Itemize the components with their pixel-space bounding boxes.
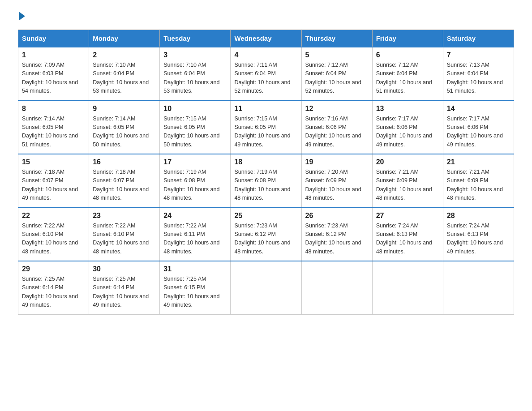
day-number: 24 <box>163 212 227 220</box>
day-number: 6 <box>376 51 439 59</box>
day-info: Sunrise: 7:12 AMSunset: 6:04 PMDaylight:… <box>305 61 369 96</box>
day-info: Sunrise: 7:10 AMSunset: 6:04 PMDaylight:… <box>93 61 156 96</box>
calendar-cell: 9Sunrise: 7:14 AMSunset: 6:05 PMDaylight… <box>89 101 160 154</box>
day-number: 25 <box>234 212 297 220</box>
day-info: Sunrise: 7:25 AMSunset: 6:15 PMDaylight:… <box>163 275 227 310</box>
day-number: 9 <box>93 105 156 113</box>
day-info: Sunrise: 7:24 AMSunset: 6:13 PMDaylight:… <box>447 222 510 257</box>
weekday-header-sunday: Sunday <box>18 30 89 47</box>
weekday-header-friday: Friday <box>372 30 443 47</box>
day-info: Sunrise: 7:21 AMSunset: 6:09 PMDaylight:… <box>376 168 439 203</box>
day-info: Sunrise: 7:21 AMSunset: 6:09 PMDaylight:… <box>447 168 510 203</box>
day-info: Sunrise: 7:14 AMSunset: 6:05 PMDaylight:… <box>93 115 156 150</box>
week-row-1: 1Sunrise: 7:09 AMSunset: 6:03 PMDaylight… <box>18 47 514 101</box>
weekday-header-monday: Monday <box>89 30 160 47</box>
day-number: 5 <box>305 51 369 59</box>
weekday-header-saturday: Saturday <box>443 30 514 47</box>
day-number: 14 <box>447 105 510 113</box>
day-number: 26 <box>305 212 369 220</box>
calendar-cell <box>231 261 301 314</box>
calendar-cell: 15Sunrise: 7:18 AMSunset: 6:07 PMDayligh… <box>18 154 89 208</box>
calendar-cell <box>372 261 443 314</box>
day-info: Sunrise: 7:22 AMSunset: 6:10 PMDaylight:… <box>22 222 85 257</box>
calendar-cell: 21Sunrise: 7:21 AMSunset: 6:09 PMDayligh… <box>443 154 514 208</box>
calendar-cell: 18Sunrise: 7:19 AMSunset: 6:08 PMDayligh… <box>231 154 301 208</box>
calendar-cell: 26Sunrise: 7:23 AMSunset: 6:12 PMDayligh… <box>301 208 372 261</box>
logo-triangle-icon <box>19 12 25 21</box>
day-number: 18 <box>234 158 297 166</box>
day-number: 23 <box>93 212 156 220</box>
calendar-cell: 12Sunrise: 7:16 AMSunset: 6:06 PMDayligh… <box>301 101 372 154</box>
calendar-cell <box>301 261 372 314</box>
day-number: 1 <box>22 51 85 59</box>
day-number: 12 <box>305 105 369 113</box>
day-info: Sunrise: 7:23 AMSunset: 6:12 PMDaylight:… <box>305 222 369 257</box>
day-number: 11 <box>234 105 297 113</box>
day-info: Sunrise: 7:18 AMSunset: 6:07 PMDaylight:… <box>93 168 156 203</box>
week-row-5: 29Sunrise: 7:25 AMSunset: 6:14 PMDayligh… <box>18 261 514 314</box>
calendar-cell <box>443 261 514 314</box>
day-number: 3 <box>163 51 227 59</box>
day-info: Sunrise: 7:25 AMSunset: 6:14 PMDaylight:… <box>93 275 156 310</box>
day-info: Sunrise: 7:23 AMSunset: 6:12 PMDaylight:… <box>234 222 297 257</box>
day-number: 20 <box>376 158 439 166</box>
calendar-cell: 23Sunrise: 7:22 AMSunset: 6:10 PMDayligh… <box>89 208 160 261</box>
page-header <box>18 13 514 21</box>
calendar-cell: 5Sunrise: 7:12 AMSunset: 6:04 PMDaylight… <box>301 47 372 101</box>
day-info: Sunrise: 7:19 AMSunset: 6:08 PMDaylight:… <box>234 168 297 203</box>
day-number: 8 <box>22 105 85 113</box>
calendar-cell: 3Sunrise: 7:10 AMSunset: 6:04 PMDaylight… <box>160 47 231 101</box>
week-row-3: 15Sunrise: 7:18 AMSunset: 6:07 PMDayligh… <box>18 154 514 208</box>
day-number: 30 <box>93 265 156 273</box>
day-info: Sunrise: 7:12 AMSunset: 6:04 PMDaylight:… <box>376 61 439 96</box>
calendar-cell: 8Sunrise: 7:14 AMSunset: 6:05 PMDaylight… <box>18 101 89 154</box>
day-number: 4 <box>234 51 297 59</box>
day-info: Sunrise: 7:15 AMSunset: 6:05 PMDaylight:… <box>163 115 227 150</box>
calendar-cell: 1Sunrise: 7:09 AMSunset: 6:03 PMDaylight… <box>18 47 89 101</box>
calendar-cell: 19Sunrise: 7:20 AMSunset: 6:09 PMDayligh… <box>301 154 372 208</box>
day-info: Sunrise: 7:25 AMSunset: 6:14 PMDaylight:… <box>22 275 85 310</box>
day-number: 10 <box>163 105 227 113</box>
calendar-cell: 7Sunrise: 7:13 AMSunset: 6:04 PMDaylight… <box>443 47 514 101</box>
week-row-2: 8Sunrise: 7:14 AMSunset: 6:05 PMDaylight… <box>18 101 514 154</box>
calendar-cell: 29Sunrise: 7:25 AMSunset: 6:14 PMDayligh… <box>18 261 89 314</box>
day-info: Sunrise: 7:09 AMSunset: 6:03 PMDaylight:… <box>22 61 85 96</box>
calendar-cell: 22Sunrise: 7:22 AMSunset: 6:10 PMDayligh… <box>18 208 89 261</box>
weekday-header-wednesday: Wednesday <box>231 30 301 47</box>
day-number: 27 <box>376 212 439 220</box>
day-info: Sunrise: 7:14 AMSunset: 6:05 PMDaylight:… <box>22 115 85 150</box>
day-info: Sunrise: 7:11 AMSunset: 6:04 PMDaylight:… <box>234 61 297 96</box>
weekday-header-thursday: Thursday <box>301 30 372 47</box>
calendar-cell: 28Sunrise: 7:24 AMSunset: 6:13 PMDayligh… <box>443 208 514 261</box>
day-info: Sunrise: 7:19 AMSunset: 6:08 PMDaylight:… <box>163 168 227 203</box>
day-number: 31 <box>163 265 227 273</box>
day-info: Sunrise: 7:18 AMSunset: 6:07 PMDaylight:… <box>22 168 85 203</box>
day-number: 13 <box>376 105 439 113</box>
day-number: 17 <box>163 158 227 166</box>
calendar-cell: 14Sunrise: 7:17 AMSunset: 6:06 PMDayligh… <box>443 101 514 154</box>
calendar-cell: 13Sunrise: 7:17 AMSunset: 6:06 PMDayligh… <box>372 101 443 154</box>
calendar-cell: 16Sunrise: 7:18 AMSunset: 6:07 PMDayligh… <box>89 154 160 208</box>
logo <box>18 13 25 21</box>
day-number: 28 <box>447 212 510 220</box>
day-info: Sunrise: 7:13 AMSunset: 6:04 PMDaylight:… <box>447 61 510 96</box>
week-row-4: 22Sunrise: 7:22 AMSunset: 6:10 PMDayligh… <box>18 208 514 261</box>
day-number: 2 <box>93 51 156 59</box>
day-number: 22 <box>22 212 85 220</box>
calendar-cell: 11Sunrise: 7:15 AMSunset: 6:05 PMDayligh… <box>231 101 301 154</box>
day-number: 19 <box>305 158 369 166</box>
day-number: 16 <box>93 158 156 166</box>
calendar-cell: 2Sunrise: 7:10 AMSunset: 6:04 PMDaylight… <box>89 47 160 101</box>
day-number: 7 <box>447 51 510 59</box>
calendar-cell: 4Sunrise: 7:11 AMSunset: 6:04 PMDaylight… <box>231 47 301 101</box>
calendar-cell: 27Sunrise: 7:24 AMSunset: 6:13 PMDayligh… <box>372 208 443 261</box>
day-info: Sunrise: 7:20 AMSunset: 6:09 PMDaylight:… <box>305 168 369 203</box>
day-number: 15 <box>22 158 85 166</box>
calendar-cell: 25Sunrise: 7:23 AMSunset: 6:12 PMDayligh… <box>231 208 301 261</box>
calendar-cell: 30Sunrise: 7:25 AMSunset: 6:14 PMDayligh… <box>89 261 160 314</box>
calendar-table: SundayMondayTuesdayWednesdayThursdayFrid… <box>18 30 514 315</box>
calendar-header-row: SundayMondayTuesdayWednesdayThursdayFrid… <box>18 30 514 47</box>
calendar-cell: 24Sunrise: 7:22 AMSunset: 6:11 PMDayligh… <box>160 208 231 261</box>
calendar-cell: 6Sunrise: 7:12 AMSunset: 6:04 PMDaylight… <box>372 47 443 101</box>
day-info: Sunrise: 7:15 AMSunset: 6:05 PMDaylight:… <box>234 115 297 150</box>
